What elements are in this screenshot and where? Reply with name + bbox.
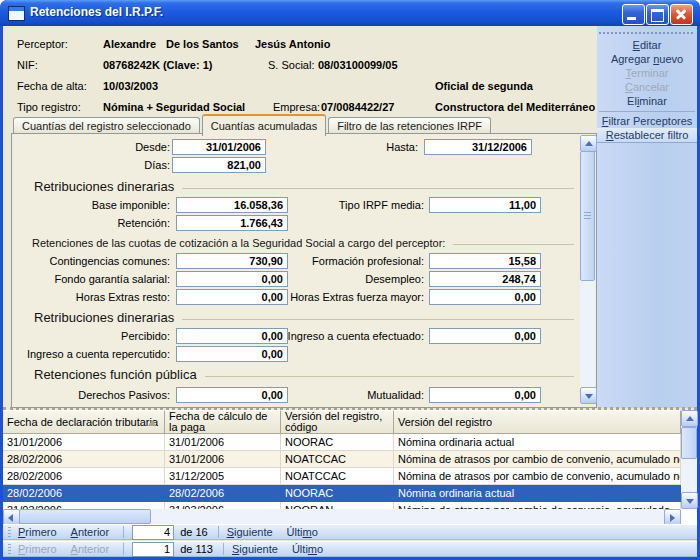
nav-anterior-button[interactable]: Anterior [71, 526, 110, 538]
percibido-label: Percibido: [20, 330, 170, 342]
table-cell: NOORAC [281, 485, 394, 502]
panel-scrollbar[interactable] [580, 135, 595, 404]
scrollbar-thumb[interactable] [19, 509, 151, 524]
minimize-button[interactable] [622, 4, 645, 25]
section-retribuciones-dinerarias-1: Retribuciones dinerarias [34, 179, 574, 194]
table-cell: NOATCCAC [281, 451, 394, 468]
nif-label: NIF: [17, 59, 38, 71]
nav-ultimo-button[interactable]: Último [287, 526, 318, 538]
nav-primero-button: Primero [18, 543, 57, 555]
action-pane: Editar Agregar nuevo Terminar Cancelar E… [597, 26, 697, 408]
column-header-version-codigo[interactable]: Versión del registro, código [281, 410, 394, 434]
table-cell: 28/02/2006 [3, 451, 165, 468]
minimize-icon [627, 17, 636, 20]
arrow-up-icon [686, 416, 694, 421]
table-cell: 31/03/2006 [3, 502, 165, 509]
dias-field[interactable]: 821,00 [172, 157, 266, 173]
action-pane-grip[interactable] [599, 32, 693, 34]
maximize-button[interactable] [646, 4, 669, 25]
derechos-pasivos-field[interactable]: 0,00 [176, 387, 288, 403]
formacion-profesional-field[interactable]: 15,58 [429, 253, 541, 269]
nav-ultimo-button[interactable]: Último [292, 543, 323, 555]
desempleo-field[interactable]: 248,74 [429, 271, 541, 287]
nav-primero-button[interactable]: Primero [18, 526, 57, 538]
horas-extras-fm-field[interactable]: 0,00 [429, 289, 541, 305]
horas-extras-resto-field[interactable]: 0,00 [176, 289, 288, 305]
arrow-left-icon [8, 514, 13, 522]
table-row[interactable]: 28/02/200631/01/2006NOATCCACNómina de at… [3, 451, 681, 468]
ingreso-efectuado-field[interactable]: 0,00 [429, 328, 541, 344]
perceptor-surname2: Jesús Antonio [255, 38, 330, 50]
menu-item-agregar-nuevo[interactable]: Agregar nuevo [597, 52, 697, 66]
ingreso-repercutido-field[interactable]: 0,00 [176, 346, 288, 362]
fondo-garantia-field[interactable]: 0,00 [176, 271, 288, 287]
scrollbar-thumb[interactable] [580, 151, 595, 281]
contingencias-comunes-label: Contingencias comunes: [20, 255, 170, 267]
menu-item-editar[interactable]: Editar [597, 38, 697, 52]
table-cell: NOATCCAC [281, 468, 394, 485]
empresa-value: 07/0084422/27 [321, 101, 394, 113]
table-cell: 31/12/2005 [165, 468, 281, 485]
desde-field[interactable]: 31/01/2006 [172, 139, 266, 155]
table-row[interactable]: 31/01/200631/01/2006NOORACNómina ordinar… [3, 434, 681, 451]
separator [223, 543, 224, 555]
close-button[interactable] [670, 4, 693, 25]
arrow-right-icon [670, 514, 675, 522]
scrollbar-thumb[interactable] [681, 427, 697, 459]
window-icon[interactable] [8, 6, 25, 21]
tipo-irpf-label: Tipo IRPF media: [274, 199, 424, 211]
grid-header: Fecha de declaración tributaria Fecha de… [3, 410, 681, 434]
contingencias-comunes-field[interactable]: 730,90 [176, 253, 288, 269]
menu-item-eliminar[interactable]: Eliminar [597, 94, 697, 108]
scroll-up-button[interactable] [580, 135, 597, 152]
sort-ascending-icon [148, 420, 156, 426]
menu-item-filtrar-perceptores[interactable]: Filtrar Perceptores [597, 114, 697, 128]
percibido-field[interactable]: 0,00 [176, 328, 288, 344]
base-imponible-field[interactable]: 16.058,36 [176, 197, 288, 213]
perceptor-label: Perceptor: [17, 38, 68, 50]
nav-siguiente-button[interactable]: Siguiente [232, 543, 278, 555]
scroll-down-button[interactable] [580, 387, 597, 404]
grid-vscrollbar[interactable] [681, 410, 697, 509]
table-row[interactable]: 31/03/200631/03/2006NOORANNómina de atra… [3, 502, 681, 509]
scroll-down-button[interactable] [681, 492, 698, 509]
retencion-field[interactable]: 1.766,43 [176, 215, 288, 231]
perceptor-surname1: De los Santos [166, 38, 239, 50]
table-row[interactable]: 28/02/200631/12/2005NOATCCACNómina de at… [3, 468, 681, 485]
column-header-fecha-declaracion[interactable]: Fecha de declaración tributaria [3, 410, 165, 434]
ingreso-repercutido-label: Ingreso a cuenta repercutido: [20, 348, 170, 360]
maximize-icon [651, 9, 664, 22]
section-cuotas-seguridad-social: Retenciones de las cuotas de cotización … [32, 237, 574, 249]
mutualidad-field[interactable]: 0,00 [429, 387, 541, 403]
table-body: 31/01/200631/01/2006NOORACNómina ordinar… [3, 434, 681, 509]
record-number-input[interactable]: 4 [132, 525, 174, 540]
hasta-field[interactable]: 31/12/2006 [424, 139, 532, 155]
table-cell: Nómina de atrasos por cambio de convenio… [394, 468, 681, 485]
table-cell: 31/01/2006 [3, 434, 165, 451]
column-header-version-registro[interactable]: Versión del registro [394, 410, 681, 434]
formacion-profesional-label: Formación profesional: [274, 255, 424, 267]
table-cell: 28/02/2006 [3, 468, 165, 485]
table-cell: 28/02/2006 [165, 485, 281, 502]
scroll-up-button[interactable] [681, 410, 698, 427]
separator [123, 526, 124, 538]
record-number-input[interactable]: 1 [132, 542, 174, 557]
menu-item-restablecer-filtro[interactable]: Restablecer filtro [597, 128, 697, 143]
fondo-garantia-label: Fondo garantía salarial: [20, 273, 170, 285]
ingreso-efectuado-label: Ingreso a cuenta efectuado: [274, 330, 424, 342]
column-header-fecha-calculo[interactable]: Fecha de cálculo de la paga [165, 410, 281, 434]
tab-cuantias-acumuladas[interactable]: Cuantías acumuladas [202, 114, 326, 136]
table-cell: 31/03/2006 [165, 502, 281, 509]
table-row[interactable]: 28/02/200628/02/2006NOORACNómina ordinar… [3, 485, 681, 502]
base-imponible-label: Base imponible: [20, 199, 170, 211]
tipo-irpf-field[interactable]: 11,00 [429, 197, 541, 213]
toolbar-grip[interactable] [8, 544, 11, 555]
grid-hscrollbar[interactable] [3, 509, 681, 524]
titlebar: Retenciones del I.R.P.F. [0, 0, 700, 26]
ssocial-label: S. Social: [268, 59, 314, 71]
horas-extras-resto-label: Horas Extras resto: [20, 291, 170, 303]
nav-siguiente-button[interactable]: Siguiente [227, 526, 273, 538]
tipo-registro-value: Nómina + Seguridad Social [103, 101, 245, 113]
toolbar-grip[interactable] [8, 527, 11, 538]
record-count-label: de 16 [180, 526, 208, 538]
